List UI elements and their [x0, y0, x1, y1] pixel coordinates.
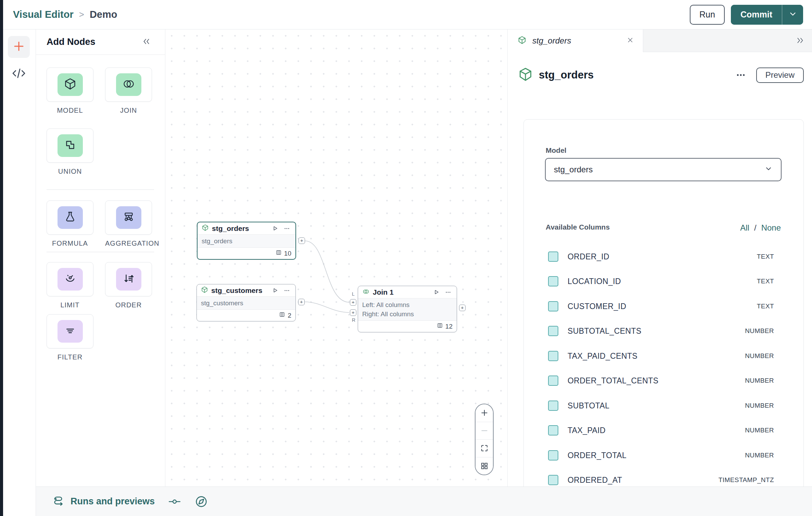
node-footer: 10 [198, 248, 295, 259]
column-name: SUBTOTAL_CENTS [568, 327, 745, 336]
column-checkbox[interactable] [548, 376, 558, 386]
route-icon [52, 495, 65, 508]
columns-icon [276, 249, 282, 257]
tab-stg-orders[interactable]: stg_orders [508, 29, 643, 52]
runs-and-previews-label: Runs and previews [71, 496, 155, 507]
join-left-summary: Left: All columns [362, 300, 453, 309]
column-type: NUMBER [745, 427, 774, 434]
output-handle-stg-orders[interactable]: + [299, 237, 305, 244]
run-node-button[interactable] [432, 288, 441, 297]
column-checkbox[interactable] [548, 301, 558, 311]
add-node-button[interactable] [8, 36, 30, 58]
column-checkbox[interactable] [548, 425, 558, 435]
node-stg-orders[interactable]: stg_orders stg_orders 10 [197, 222, 296, 260]
inspector-title: stg_orders [539, 69, 736, 81]
window-edge [0, 0, 3, 516]
add-node-model[interactable]: MODEL [47, 67, 93, 114]
chevron-down-icon [764, 164, 773, 175]
column-checkbox[interactable] [548, 351, 558, 361]
column-type: TEXT [757, 253, 774, 260]
column-checkbox[interactable] [548, 251, 558, 262]
flow-canvas[interactable]: stg_orders stg_orders 10 [165, 29, 508, 487]
node-menu-button[interactable] [282, 286, 291, 295]
zoom-in-button[interactable] [475, 404, 493, 422]
column-checkbox[interactable] [548, 276, 558, 286]
output-handle-stg-customers[interactable]: + [298, 299, 305, 305]
node-join-1[interactable]: Join 1 Left: All columns Right: All colu… [358, 286, 457, 332]
column-type: NUMBER [745, 327, 774, 335]
column-row: LOCATION_ID TEXT [548, 275, 774, 287]
add-node-formula[interactable]: FORMULA [47, 200, 93, 247]
model-select[interactable]: stg_orders [545, 158, 782, 181]
node-stg-customers[interactable]: stg_customers stg_customers 2 [196, 284, 296, 321]
preview-button[interactable]: Preview [756, 67, 804, 83]
column-type: TEXT [757, 278, 774, 285]
expand-panel-button[interactable] [794, 35, 807, 47]
grid-layout-button[interactable] [475, 457, 493, 475]
add-node-order[interactable]: ORDER [105, 262, 152, 309]
overlapping-circles-icon [362, 288, 370, 296]
run-button[interactable]: Run [690, 5, 725, 25]
cube-icon [518, 66, 533, 84]
add-node-label: UNION [47, 168, 93, 175]
column-checkbox[interactable] [548, 326, 558, 336]
union-squares-icon [64, 139, 76, 152]
join-left-handle-label: L [352, 291, 355, 297]
add-node-aggregation[interactable]: AGGREGATION [105, 200, 152, 247]
sitemap-icon [122, 211, 135, 224]
column-type: NUMBER [745, 377, 774, 384]
commit-button[interactable]: Commit [731, 5, 782, 25]
input-handle-join-left[interactable]: + [350, 299, 356, 306]
column-type: NUMBER [745, 352, 774, 360]
select-none-link[interactable]: None [761, 223, 781, 233]
commit-node-icon[interactable] [168, 496, 181, 507]
cube-icon [64, 77, 77, 92]
column-row: ORDERED_AT TIMESTAMP_NTZ [548, 474, 774, 486]
close-tab-button[interactable] [626, 36, 634, 45]
code-view-button[interactable] [11, 68, 27, 80]
input-handle-join-right[interactable]: + [350, 309, 356, 316]
commit-options-button[interactable] [782, 5, 803, 25]
run-node-button[interactable] [270, 224, 279, 233]
node-body: Left: All columns Right: All columns [358, 298, 457, 321]
runs-and-previews-toggle[interactable]: Runs and previews [52, 495, 155, 508]
node-menu-button[interactable] [282, 224, 291, 233]
fit-view-button[interactable] [475, 439, 493, 457]
node-menu-button[interactable] [444, 288, 453, 297]
inspector-menu-button[interactable] [736, 70, 746, 80]
add-node-join[interactable]: JOIN [105, 67, 152, 114]
column-row: ORDER_TOTAL_CENTS NUMBER [548, 374, 774, 387]
breadcrumb-root-link[interactable]: Visual Editor [13, 9, 74, 20]
column-name: CUSTOMER_ID [568, 302, 757, 311]
plus-icon [13, 40, 25, 54]
column-checkbox[interactable] [548, 450, 558, 460]
add-node-limit[interactable]: LIMIT [47, 262, 93, 309]
node-config-card: Model stg_orders Available Columns All /… [523, 119, 804, 516]
model-field-label: Model [546, 146, 567, 155]
all-none-separator: / [754, 223, 757, 233]
double-chevron-left-icon [141, 37, 151, 47]
run-node-button[interactable] [270, 286, 279, 295]
column-name: ORDER_TOTAL_CENTS [568, 376, 745, 385]
cube-icon [518, 36, 526, 46]
zoom-out-button[interactable] [475, 422, 493, 440]
column-row: SUBTOTAL_CENTS NUMBER [548, 325, 774, 337]
panel-divider [47, 189, 154, 190]
compass-icon[interactable] [194, 495, 208, 508]
collapse-panel-button[interactable] [141, 37, 151, 47]
double-chevron-right-icon [795, 36, 805, 46]
top-bar: Visual Editor > Demo Run Commit [0, 0, 812, 29]
column-checkbox[interactable] [548, 475, 558, 485]
output-handle-join[interactable]: + [459, 305, 466, 311]
model-select-value: stg_orders [554, 165, 764, 174]
code-icon [11, 67, 26, 81]
add-node-label: FILTER [47, 353, 93, 361]
add-node-filter[interactable]: FILTER [47, 314, 93, 361]
commit-split-button: Commit [731, 5, 803, 25]
node-title: stg_customers [211, 286, 267, 295]
column-type: NUMBER [745, 402, 774, 409]
column-name: TAX_PAID_CENTS [568, 352, 745, 361]
add-node-union[interactable]: FORMULA UNION [47, 128, 93, 175]
select-all-link[interactable]: All [740, 223, 749, 233]
column-checkbox[interactable] [548, 401, 558, 411]
